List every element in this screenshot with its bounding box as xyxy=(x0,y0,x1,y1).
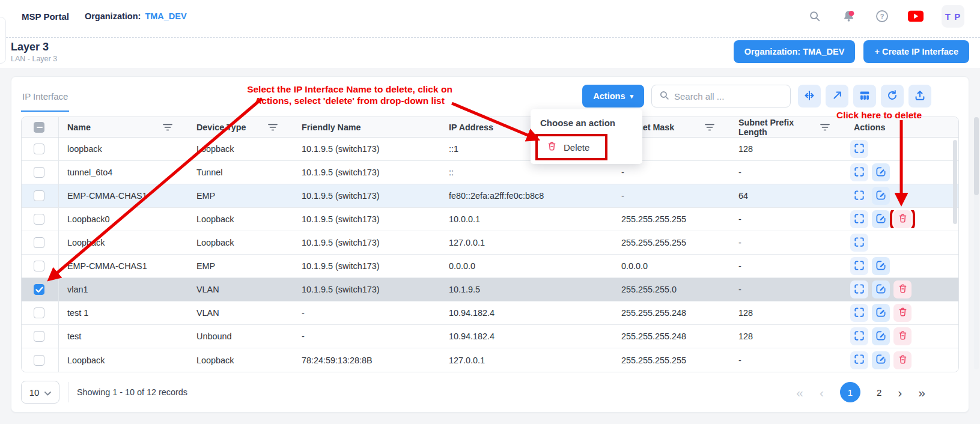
row-checkbox[interactable] xyxy=(34,261,44,271)
pagination-next-button[interactable]: › xyxy=(898,386,902,399)
edit-row-button[interactable] xyxy=(872,351,890,369)
search-input[interactable] xyxy=(674,91,784,101)
expand-row-button[interactable] xyxy=(850,187,868,205)
org-value-link[interactable]: TMA_DEV xyxy=(145,11,186,21)
notifications-icon[interactable] xyxy=(841,8,856,24)
edit-row-button[interactable] xyxy=(872,210,890,228)
expand-row-button[interactable] xyxy=(850,163,868,181)
pagination: «‹12›» xyxy=(796,382,925,402)
export-button[interactable] xyxy=(908,85,931,108)
expand-row-button[interactable] xyxy=(850,140,868,158)
actions-button[interactable]: Actions ▾ xyxy=(582,85,644,108)
page-size-select[interactable]: 10 xyxy=(21,381,59,404)
cell-subnet-mask: - xyxy=(613,168,730,177)
create-ip-interface-button[interactable]: + Create IP Interface xyxy=(863,40,969,63)
trash-icon xyxy=(897,354,908,367)
table-row[interactable]: testUnbound-10.94.182.4255.255.255.24812… xyxy=(22,325,958,348)
cell-friendly-name: 10.1.9.5 (switch173) xyxy=(293,144,440,154)
row-checkbox[interactable] xyxy=(34,237,44,248)
edit-row-button[interactable] xyxy=(872,163,890,181)
table-row[interactable]: LoopbackLoopback10.1.9.5 (switch173)127.… xyxy=(22,231,958,255)
filter-icon[interactable] xyxy=(705,123,714,132)
refresh-button[interactable] xyxy=(881,85,904,108)
expand-icon xyxy=(853,353,865,367)
row-checkbox[interactable] xyxy=(34,284,44,295)
page-scrollbar-thumb[interactable] xyxy=(974,117,979,195)
expand-row-button[interactable] xyxy=(850,210,868,228)
search-box[interactable] xyxy=(651,85,791,108)
expand-icon xyxy=(853,236,865,250)
trash-icon xyxy=(897,330,908,343)
table-row[interactable]: EMP-CMMA-CHAS1EMP10.1.9.5 (switch173)0.0… xyxy=(22,255,958,278)
table-row[interactable]: Loopback0Loopback10.1.9.5 (switch173)10.… xyxy=(22,208,958,231)
delete-row-button[interactable] xyxy=(893,280,912,298)
table-row[interactable]: tunnel_6to4Tunnel10.1.9.5 (switch173)::-… xyxy=(22,161,958,184)
cell-actions xyxy=(845,234,959,252)
table-scrollbar-thumb[interactable] xyxy=(953,140,957,224)
row-checkbox[interactable] xyxy=(34,331,44,342)
expand-row-button[interactable] xyxy=(850,327,868,345)
expand-row-button[interactable] xyxy=(850,257,868,275)
delete-row-button[interactable] xyxy=(893,327,912,345)
column-label: IP Address xyxy=(449,123,493,132)
delete-row-button[interactable] xyxy=(893,304,912,322)
filter-icon[interactable] xyxy=(268,123,278,132)
help-icon[interactable]: ? xyxy=(874,8,890,24)
edit-row-button[interactable] xyxy=(872,187,890,205)
filter-icon[interactable] xyxy=(820,123,830,132)
expand-row-button[interactable] xyxy=(850,280,868,298)
filter-icon[interactable] xyxy=(163,123,172,132)
row-checkbox[interactable] xyxy=(34,355,44,366)
cell-friendly-name: 78:24:59:13:28:8B xyxy=(293,356,440,365)
delete-row-button[interactable] xyxy=(893,210,912,228)
select-all-checkbox[interactable] xyxy=(34,122,44,133)
edit-row-button[interactable] xyxy=(872,304,890,322)
expand-row-button[interactable] xyxy=(850,234,868,252)
row-checkbox[interactable] xyxy=(34,214,44,225)
organization-button[interactable]: Organization: TMA_DEV xyxy=(734,40,856,63)
cell-subnet-prefix-length: 128 xyxy=(730,308,845,318)
trash-icon xyxy=(897,283,908,296)
dropdown-item-delete[interactable]: Delete xyxy=(538,136,605,158)
column-resize-button[interactable] xyxy=(798,85,821,108)
open-external-button[interactable] xyxy=(826,85,848,108)
pagination-prev-button[interactable]: ‹ xyxy=(820,386,824,399)
expand-icon xyxy=(853,259,865,273)
edit-row-button[interactable] xyxy=(872,327,890,345)
row-checkbox[interactable] xyxy=(34,167,44,178)
youtube-icon[interactable] xyxy=(908,8,924,24)
user-avatar[interactable]: T P xyxy=(942,5,964,28)
row-checkbox[interactable] xyxy=(34,307,44,318)
pagination-page-2[interactable]: 2 xyxy=(877,388,881,397)
chevron-down-icon xyxy=(44,387,51,398)
pagination-first-button[interactable]: « xyxy=(796,386,803,399)
cell-device-type: Loopback xyxy=(188,238,293,247)
pagination-last-button[interactable]: » xyxy=(918,386,925,399)
row-checkbox[interactable] xyxy=(34,144,44,154)
search-icon[interactable] xyxy=(807,8,823,24)
expand-row-button[interactable] xyxy=(850,351,868,369)
dropdown-item-label: Delete xyxy=(564,142,589,153)
tab-ip-interface[interactable]: IP Interface xyxy=(21,84,69,108)
sidebar-toggle-nub[interactable] xyxy=(0,17,6,64)
table-row[interactable]: test 1VLAN-10.94.182.4255.255.255.248128 xyxy=(22,301,958,325)
table-row[interactable]: vlan1VLAN10.1.9.5 (switch173)10.1.9.5255… xyxy=(22,278,958,301)
table-row[interactable]: LoopbackLoopback78:24:59:13:28:8B127.0.0… xyxy=(22,348,958,372)
cell-friendly-name: 10.1.9.5 (switch173) xyxy=(293,285,440,294)
expand-row-button[interactable] xyxy=(850,304,868,322)
row-checkbox-cell xyxy=(22,161,59,184)
table-row[interactable]: EMP-CMMA-CHAS1EMP10.1.9.5 (switch173)fe8… xyxy=(22,184,958,208)
page-scrollbar[interactable] xyxy=(974,117,979,369)
edit-row-button[interactable] xyxy=(872,257,890,275)
export-icon xyxy=(913,89,927,104)
delete-row-button[interactable] xyxy=(893,351,912,369)
pagination-page-1[interactable]: 1 xyxy=(840,382,860,402)
cell-subnet-prefix-length: 64 xyxy=(730,191,845,201)
cell-subnet-prefix-length: - xyxy=(730,238,845,247)
table-columns-button[interactable] xyxy=(853,85,876,108)
cell-subnet-prefix-length: - xyxy=(730,168,845,177)
edit-row-button[interactable] xyxy=(872,280,890,298)
table-columns-icon xyxy=(858,89,871,104)
row-checkbox[interactable] xyxy=(34,190,44,201)
table-row[interactable]: loopbackLoopback10.1.9.5 (switch173)::11… xyxy=(22,138,958,161)
